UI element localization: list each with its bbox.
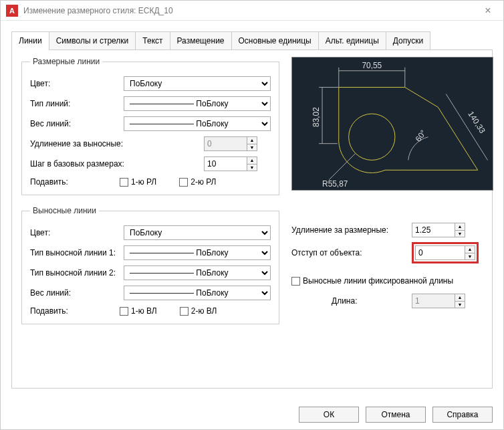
tab-primary[interactable]: Основные единицы <box>231 31 319 49</box>
close-icon[interactable]: × <box>478 5 498 17</box>
chevron-down-icon[interactable]: ▼ <box>465 253 475 260</box>
spinner-dim-extend[interactable]: ▲▼ <box>204 136 257 151</box>
label-dim-color: Цвет: <box>30 79 124 88</box>
input-offset-origin[interactable] <box>415 245 465 260</box>
preview-radius-dim: R55,87 <box>322 179 348 189</box>
preview-angle-dim: 60° <box>414 128 428 143</box>
titlebar: A Изменение размерного стиля: ЕСКД_10 × <box>1 1 503 21</box>
chevron-up-icon[interactable]: ▲ <box>455 294 465 302</box>
label-dim-baseline: Шаг в базовых размерах: <box>30 159 204 169</box>
input-fixed-length[interactable] <box>412 294 455 308</box>
spinner-offset-origin[interactable]: ▲▼ <box>415 245 475 260</box>
label-fixed-length: Длина: <box>291 296 412 306</box>
chevron-up-icon[interactable]: ▲ <box>247 157 257 165</box>
tab-alt[interactable]: Альт. единицы <box>318 31 386 49</box>
label-ext-lineweight: Вес линий: <box>30 288 124 298</box>
spinner-arrows[interactable]: ▲▼ <box>247 136 257 151</box>
dialog-window: A Изменение размерного стиля: ЕСКД_10 × … <box>0 0 504 430</box>
tab-text[interactable]: Текст <box>135 31 170 49</box>
chevron-down-icon[interactable]: ▼ <box>247 165 257 171</box>
select-ext2-linetype[interactable]: ———————— ПоБлоку <box>124 265 271 280</box>
label-dim-extend: Удлинение за выносные: <box>30 139 204 148</box>
checkbox-box <box>291 277 300 286</box>
preview-drawing: 70,55 83,02 140,33 R55,87 <box>292 58 493 190</box>
dialog-footer: ОК Отмена Справка <box>1 400 503 429</box>
input-dim-extend[interactable] <box>204 136 247 151</box>
chevron-down-icon[interactable]: ▼ <box>455 231 465 237</box>
checkbox-box <box>120 178 128 187</box>
svg-line-8 <box>329 154 356 181</box>
select-ext-lineweight[interactable]: ———————— ПоБлоку <box>124 286 271 300</box>
label-dim-suppress: Подавить: <box>30 177 97 187</box>
tab-strip: Линии Символы и стрелки Текст Размещение… <box>11 31 493 50</box>
spinner-dim-baseline[interactable]: ▲▼ <box>204 156 257 171</box>
tab-symbols[interactable]: Символы и стрелки <box>49 31 136 49</box>
select-ext1-linetype[interactable]: ———————— ПоБлоку <box>124 245 271 260</box>
group-dimension-lines: Размерные линии Цвет: ПоБлоку Тип линий:… <box>21 57 279 195</box>
checkbox-label: 2-ю РЛ <box>191 177 216 187</box>
help-button[interactable]: Справка <box>432 407 493 423</box>
label-ext-color: Цвет: <box>30 228 124 237</box>
checkbox-suppress-dimline2[interactable]: 2-ю РЛ <box>179 177 216 187</box>
ok-button[interactable]: ОК <box>299 407 359 423</box>
chevron-up-icon[interactable]: ▲ <box>247 137 257 144</box>
spinner-arrows[interactable]: ▲▼ <box>455 223 465 237</box>
cancel-button[interactable]: Отмена <box>366 407 426 423</box>
label-dim-linetype: Тип линий: <box>30 99 124 108</box>
preview-panel: 70,55 83,02 140,33 R55,87 <box>291 57 493 191</box>
legend-extension-lines: Выносные линии <box>30 206 99 215</box>
label-dim-lineweight: Вес линий: <box>30 119 124 128</box>
chevron-up-icon[interactable]: ▲ <box>455 223 465 231</box>
tab-tol[interactable]: Допуски <box>386 31 430 49</box>
label-ext-suppress: Подавить: <box>30 306 97 316</box>
window-title: Изменение размерного стиля: ЕСКД_10 <box>23 6 478 15</box>
chevron-up-icon[interactable]: ▲ <box>465 246 475 253</box>
spinner-extend-beyond[interactable]: ▲▼ <box>412 223 465 237</box>
checkbox-label: 1-ю ВЛ <box>131 306 157 316</box>
checkbox-fixed-length[interactable]: Выносные линии фиксированной длины <box>291 276 453 286</box>
checkbox-label: 2-ю ВЛ <box>191 306 217 316</box>
checkbox-box <box>120 307 128 316</box>
group-extension-lines: Выносные линии Цвет: ПоБлоку Тип выносно… <box>21 206 279 324</box>
tab-pane: Размерные линии Цвет: ПоБлоку Тип линий:… <box>11 50 493 389</box>
preview-top-dim: 70,55 <box>362 61 382 70</box>
checkbox-box <box>179 178 188 187</box>
label-ext1-linetype: Тип выносной линии 1: <box>30 248 124 257</box>
checkbox-suppress-extline1[interactable]: 1-ю ВЛ <box>120 306 157 316</box>
checkbox-label: 1-ю РЛ <box>131 177 156 187</box>
highlighted-field: ▲▼ <box>412 242 479 263</box>
select-dim-lineweight[interactable]: ———————— ПоБлоку <box>124 116 271 131</box>
svg-point-0 <box>349 114 395 160</box>
checkbox-box <box>180 307 188 316</box>
spinner-arrows[interactable]: ▲▼ <box>465 245 475 260</box>
legend-dimension-lines: Размерные линии <box>30 57 102 66</box>
spinner-fixed-length[interactable]: ▲▼ <box>412 294 465 308</box>
chevron-down-icon[interactable]: ▼ <box>247 144 257 151</box>
label-ext2-linetype: Тип выносной линии 2: <box>30 268 124 278</box>
preview-left-dim: 83,02 <box>311 107 321 127</box>
spinner-arrows[interactable]: ▲▼ <box>247 156 257 171</box>
spinner-arrows[interactable]: ▲▼ <box>455 294 465 308</box>
select-dim-linetype[interactable]: ———————— ПоБлоку <box>124 96 271 111</box>
dialog-content: Линии Символы и стрелки Текст Размещение… <box>1 21 503 400</box>
select-ext-color[interactable]: ПоБлоку <box>124 225 271 240</box>
select-dim-color[interactable]: ПоБлоку <box>124 76 271 91</box>
label-offset-origin: Отступ от объекта: <box>291 248 412 257</box>
checkbox-suppress-dimline1[interactable]: 1-ю РЛ <box>120 177 156 187</box>
chevron-down-icon[interactable]: ▼ <box>455 302 465 308</box>
input-dim-baseline[interactable] <box>204 156 247 171</box>
checkbox-label: Выносные линии фиксированной длины <box>303 276 453 286</box>
label-extend-beyond: Удлинение за размерные: <box>291 225 412 235</box>
input-extend-beyond[interactable] <box>412 223 455 237</box>
tab-lines[interactable]: Линии <box>11 31 49 49</box>
app-icon: A <box>6 5 18 17</box>
tab-fit[interactable]: Размещение <box>170 31 232 49</box>
checkbox-suppress-extline2[interactable]: 2-ю ВЛ <box>180 306 217 316</box>
